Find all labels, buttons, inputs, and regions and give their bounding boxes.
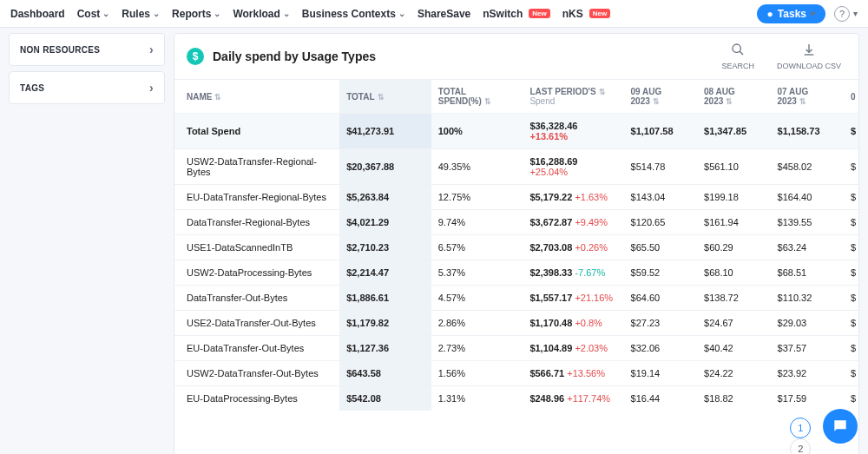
cell-name: USE2-DataTransfer-Out-Bytes [174, 311, 339, 336]
cell-09-aug: $143.04 [624, 185, 698, 210]
page-2[interactable]: 2 [790, 438, 811, 454]
chevron-down-icon: ⌄ [214, 9, 220, 18]
nav-sharesave[interactable]: ShareSave [418, 8, 470, 20]
nav-reports[interactable]: Reports⌄ [172, 8, 220, 20]
cell-07-aug: $164.40 [771, 185, 845, 210]
col-cut[interactable]: 0 [844, 80, 858, 114]
cell-cut: $ [844, 185, 858, 210]
cell-08-aug: $18.82 [697, 386, 771, 411]
tasks-label: Tasks [778, 8, 806, 20]
top-nav: DashboardCost⌄Rules⌄Reports⌄Workload⌄Bus… [0, 0, 868, 28]
table-row[interactable]: USW2-DataTransfer-Out-Bytes$643.581.56%$… [174, 361, 858, 386]
sidebar-item-non-resources[interactable]: NON RESOURCES› [9, 33, 165, 66]
cell-08-aug: $161.94 [697, 210, 771, 235]
cell-last-period: $16,288.69 +25.04% [523, 149, 623, 185]
cell-pct: 1.31% [431, 386, 523, 411]
cell-name: EU-DataTransfer-Regional-Bytes [174, 185, 339, 210]
page-1[interactable]: 1 [790, 418, 811, 438]
cell-name: USW2-DataTransfer-Regional-Bytes [174, 149, 339, 185]
table-row[interactable]: EU-DataProcessing-Bytes$542.081.31%$248.… [174, 386, 858, 411]
chevron-down-icon: ⌄ [102, 9, 109, 18]
col-total-spend-pct[interactable]: TOTAL SPEND(%)⇅ [431, 80, 523, 114]
cell-last-period: $2,398.33 -7.67% [523, 260, 623, 286]
sort-icon: ⇅ [653, 97, 660, 106]
cell-cut: $ [844, 210, 858, 235]
cell-total: $2,710.23 [339, 235, 431, 260]
sidebar-item-label: NON RESOURCES [20, 45, 100, 55]
cell-cut: $ [844, 386, 858, 411]
cell-08-aug: $199.18 [697, 185, 771, 210]
table-row[interactable]: EU-DataTransfer-Regional-Bytes$5,263.841… [174, 185, 858, 210]
cell-08-aug: $24.22 [697, 361, 771, 386]
cell-cut: $ [844, 149, 858, 185]
table-row[interactable]: DataTransfer-Regional-Bytes$4,021.299.74… [174, 210, 858, 235]
search-button[interactable]: SEARCH [721, 43, 754, 70]
cell-pct: 4.57% [431, 286, 523, 311]
chevron-down-icon: ⌄ [398, 9, 405, 18]
nav-rules[interactable]: Rules⌄ [122, 8, 160, 20]
bell-icon: ● [767, 8, 773, 20]
cell-pct: 1.56% [431, 361, 523, 386]
cell-09-aug: $514.78 [624, 149, 698, 185]
cell-cut: $ [844, 286, 858, 311]
sort-icon: ⇅ [378, 93, 385, 102]
chevron-down-icon: ⌄ [283, 9, 290, 18]
table-row[interactable]: USW2-DataProcessing-Bytes$2,214.475.37%$… [174, 260, 858, 286]
spend-table: NAME⇅ TOTAL⇅ TOTAL SPEND(%)⇅ LAST PERIOD… [174, 79, 858, 411]
sort-icon: ⇅ [484, 97, 491, 106]
nav-dashboard[interactable]: Dashboard [10, 8, 65, 20]
cell-pct: 2.86% [431, 311, 523, 336]
nav-nswitch[interactable]: nSwitchNew [483, 8, 549, 20]
cell-name: USW2-DataTransfer-Out-Bytes [174, 361, 339, 386]
nav-cost[interactable]: Cost⌄ [77, 8, 110, 20]
cell-name: EU-DataTransfer-Out-Bytes [174, 336, 339, 361]
chevron-right-icon: › [149, 43, 154, 56]
cell-cut: $ [844, 311, 858, 336]
cell-last-period: $566.71 +13.56% [523, 361, 623, 386]
chat-icon [832, 418, 849, 435]
cell-07-aug: $29.03 [771, 311, 845, 336]
col-07-aug[interactable]: 07 AUG 2023⇅ [771, 80, 845, 114]
col-08-aug[interactable]: 08 AUG 2023⇅ [697, 80, 771, 114]
table-row[interactable]: EU-DataTransfer-Out-Bytes$1,127.362.73%$… [174, 336, 858, 361]
col-09-aug[interactable]: 09 AUG 2023⇅ [624, 80, 698, 114]
cell-08-aug: $60.29 [697, 235, 771, 260]
sidebar-item-tags[interactable]: TAGS› [9, 71, 165, 104]
chevron-down-icon[interactable]: ▾ [853, 9, 858, 18]
cell-09-aug: $16.44 [624, 386, 698, 411]
chevron-down-icon: ⌄ [153, 9, 160, 18]
cell-07-aug: $1,158.73 [771, 114, 845, 149]
cell-total: $41,273.91 [339, 114, 431, 149]
nav-workload[interactable]: Workload⌄ [233, 8, 289, 20]
cell-name: EU-DataProcessing-Bytes [174, 386, 339, 411]
chat-widget[interactable] [823, 409, 858, 444]
col-total[interactable]: TOTAL⇅ [339, 80, 431, 114]
download-csv-button[interactable]: DOWNLOAD CSV [777, 43, 841, 70]
cell-name: DataTransfer-Regional-Bytes [174, 210, 339, 235]
cell-total: $1,179.82 [339, 311, 431, 336]
svg-point-0 [733, 44, 740, 52]
search-label: SEARCH [721, 62, 754, 70]
nav-business-contexts[interactable]: Business Contexts⌄ [302, 8, 405, 20]
col-name[interactable]: NAME⇅ [174, 80, 339, 114]
table-row[interactable]: Total Spend$41,273.91100%$36,328.46 +13.… [174, 114, 858, 149]
table-row[interactable]: USE2-DataTransfer-Out-Bytes$1,179.822.86… [174, 311, 858, 336]
nav-nks[interactable]: nKSNew [562, 8, 610, 20]
cell-name: USE1-DataScannedInTB [174, 235, 339, 260]
download-icon [802, 43, 816, 60]
cell-pct: 9.74% [431, 210, 523, 235]
cell-08-aug: $561.10 [697, 149, 771, 185]
table-row[interactable]: USW2-DataTransfer-Regional-Bytes$20,367.… [174, 149, 858, 185]
tasks-button[interactable]: ● Tasks ▾ [757, 4, 825, 23]
cell-cut: $ [844, 114, 858, 149]
cell-08-aug: $40.42 [697, 336, 771, 361]
cell-total: $643.58 [339, 361, 431, 386]
help-button[interactable]: ? [834, 6, 850, 22]
cell-pct: 100% [431, 114, 523, 149]
table-row[interactable]: DataTransfer-Out-Bytes$1,886.614.57%$1,5… [174, 286, 858, 311]
table-row[interactable]: USE1-DataScannedInTB$2,710.236.57%$2,703… [174, 235, 858, 260]
cell-pct: 49.35% [431, 149, 523, 185]
col-last-period[interactable]: LAST PERIOD'S⇅Spend [523, 80, 623, 114]
cell-total: $1,886.61 [339, 286, 431, 311]
panel-title: Daily spend by Usage Types [213, 49, 721, 63]
